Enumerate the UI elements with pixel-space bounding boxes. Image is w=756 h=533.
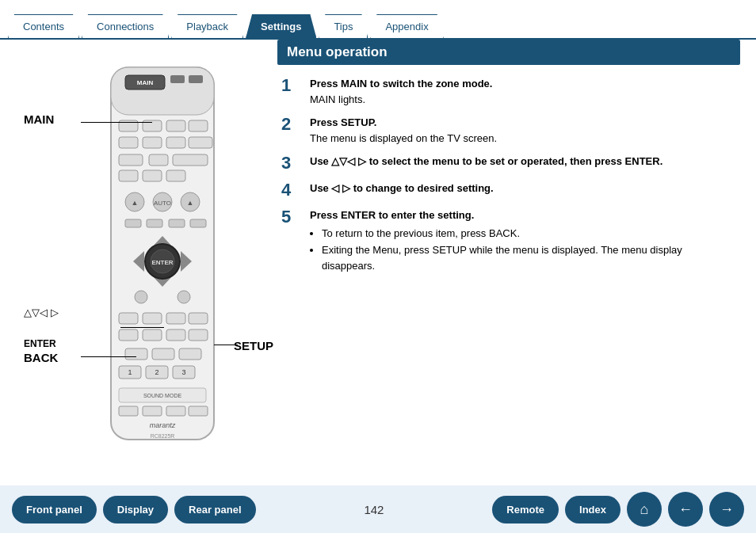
svg-rect-26 <box>125 219 141 227</box>
svg-rect-15 <box>149 154 168 166</box>
home-button[interactable]: ⌂ <box>627 492 662 527</box>
front-panel-button[interactable]: Front panel <box>12 496 97 523</box>
home-icon: ⌂ <box>640 501 649 518</box>
svg-rect-47 <box>125 348 147 360</box>
top-navigation: Contents Connections Playback Settings T… <box>0 0 756 40</box>
step-1-number: 1 <box>281 76 305 95</box>
svg-point-37 <box>135 291 147 303</box>
svg-text:1: 1 <box>128 368 132 376</box>
svg-rect-5 <box>189 75 203 83</box>
forward-button[interactable]: → <box>709 492 744 527</box>
tab-tips[interactable]: Tips <box>319 14 368 38</box>
svg-rect-59 <box>143 406 162 416</box>
svg-rect-42 <box>189 313 208 324</box>
step-4-number: 4 <box>281 181 305 200</box>
svg-rect-61 <box>189 406 208 416</box>
step-5-content: Press ENTER to enter the setting. To ret… <box>310 207 736 275</box>
step-4-content: Use ◁ ▷ to change to desired setting. <box>310 181 494 196</box>
svg-rect-1 <box>111 67 214 115</box>
tab-connections[interactable]: Connections <box>82 14 169 38</box>
main-content: MAIN △▽◁ ▷ ENTER BACK SETUP MAIN <box>0 40 756 485</box>
steps-container: 1 Press MAIN to switch the zone mode. MA… <box>277 76 740 275</box>
svg-rect-49 <box>179 348 201 360</box>
label-back-line <box>81 356 136 357</box>
svg-rect-29 <box>190 219 206 227</box>
svg-text:ENTER: ENTER <box>151 259 173 266</box>
step-5-bullets: To return to the previous item, press BA… <box>314 226 736 274</box>
bottom-bar: Front panel Display Rear panel 142 Remot… <box>0 485 756 533</box>
label-setup: SETUP <box>234 339 273 352</box>
step-1-content: Press MAIN to switch the zone mode. MAIN… <box>310 76 492 107</box>
step-5-bullet-2: Exiting the Menu, press SETUP while the … <box>322 242 736 273</box>
back-button[interactable]: ← <box>668 492 703 527</box>
svg-rect-17 <box>119 170 138 181</box>
tab-contents[interactable]: Contents <box>8 14 79 38</box>
step-5-bullet-1: To return to the previous item, press BA… <box>322 226 736 242</box>
step-2: 2 Press SETUP. The menu is displayed on … <box>281 115 736 146</box>
svg-rect-28 <box>169 219 185 227</box>
tab-playback[interactable]: Playback <box>171 14 243 38</box>
step-3: 3 Use △▽◁ ▷ to select the menu to be set… <box>281 154 736 173</box>
index-button[interactable]: Index <box>565 496 620 523</box>
svg-rect-18 <box>143 170 162 181</box>
svg-rect-60 <box>166 406 185 416</box>
svg-text:▲: ▲ <box>187 199 194 207</box>
svg-rect-9 <box>189 120 208 131</box>
label-setup-line <box>214 345 238 345</box>
svg-rect-10 <box>119 137 138 148</box>
step-2-content: Press SETUP. The menu is displayed on th… <box>310 115 497 146</box>
svg-rect-41 <box>166 313 185 324</box>
display-button[interactable]: Display <box>103 496 168 523</box>
page-number: 142 <box>262 503 487 516</box>
svg-text:marantz: marantz <box>150 421 176 429</box>
remote-button[interactable]: Remote <box>492 496 559 523</box>
svg-rect-27 <box>147 219 162 227</box>
rear-panel-button[interactable]: Rear panel <box>174 496 255 523</box>
right-panel: Menu operation 1 Press MAIN to switch th… <box>269 40 756 485</box>
svg-rect-40 <box>143 313 162 324</box>
label-enter-arrows: △▽◁ ▷ ENTER <box>24 305 59 352</box>
svg-rect-11 <box>143 137 162 148</box>
tab-appendix[interactable]: Appendix <box>370 14 443 38</box>
back-icon: ← <box>678 501 693 518</box>
svg-rect-39 <box>119 313 138 324</box>
svg-text:RC8225R: RC8225R <box>151 433 175 439</box>
svg-rect-14 <box>119 154 143 166</box>
svg-rect-48 <box>152 348 174 360</box>
forward-icon: → <box>720 501 734 518</box>
svg-text:3: 3 <box>181 368 185 376</box>
svg-point-38 <box>178 291 190 303</box>
step-1: 1 Press MAIN to switch the zone mode. MA… <box>281 76 736 107</box>
svg-rect-12 <box>166 137 185 148</box>
svg-rect-4 <box>170 75 185 83</box>
svg-rect-16 <box>173 154 208 166</box>
svg-text:MAIN: MAIN <box>137 79 154 86</box>
label-main-line <box>81 122 152 123</box>
svg-rect-44 <box>143 329 162 341</box>
step-3-content: Use △▽◁ ▷ to select the menu to be set o… <box>310 154 662 169</box>
step-4: 4 Use ◁ ▷ to change to desired setting. <box>281 181 736 200</box>
svg-text:SOUND MODE: SOUND MODE <box>143 393 182 398</box>
svg-rect-8 <box>166 120 185 131</box>
svg-rect-58 <box>119 406 138 416</box>
section-title: Menu operation <box>277 40 740 65</box>
label-main: MAIN <box>24 112 54 126</box>
svg-rect-19 <box>166 170 185 181</box>
label-enter-line <box>120 327 164 328</box>
step-5: 5 Press ENTER to enter the setting. To r… <box>281 207 736 275</box>
left-panel: MAIN △▽◁ ▷ ENTER BACK SETUP MAIN <box>0 40 269 485</box>
svg-rect-43 <box>119 329 138 341</box>
svg-text:▲: ▲ <box>132 199 139 207</box>
svg-text:2: 2 <box>155 368 158 376</box>
step-5-number: 5 <box>281 207 305 227</box>
svg-rect-13 <box>189 137 212 148</box>
svg-rect-46 <box>189 329 208 341</box>
tab-settings[interactable]: Settings <box>246 14 316 38</box>
svg-rect-45 <box>166 329 185 341</box>
step-2-number: 2 <box>281 115 305 134</box>
label-back: BACK <box>24 351 58 364</box>
step-3-number: 3 <box>281 154 305 173</box>
svg-text:AUTO: AUTO <box>154 200 171 207</box>
